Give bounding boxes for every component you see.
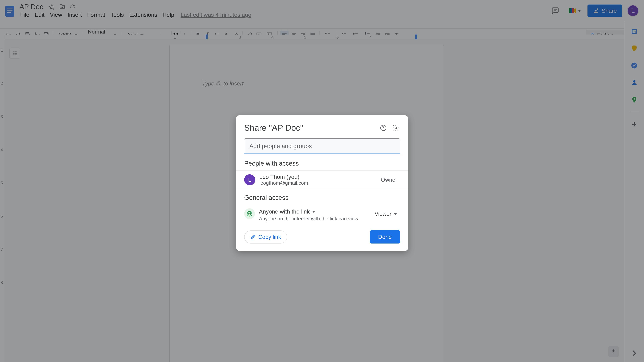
add-people-input[interactable]: Add people and groups [244,138,400,154]
input-placeholder: Add people and groups [250,143,312,150]
person-role: Owner [381,177,400,183]
globe-icon [244,208,255,219]
people-section-title: People with access [236,160,408,167]
permission-label: Viewer [375,211,392,217]
help-icon[interactable] [379,123,388,132]
done-button[interactable]: Done [370,230,400,244]
copy-link-label: Copy link [258,234,281,240]
person-email: leogthom@gmail.com [259,180,381,186]
permission-select[interactable]: Viewer [372,208,400,219]
chevron-down-icon [394,213,397,215]
chevron-down-icon [312,211,315,213]
dialog-title: Share "AP Doc" [244,123,375,133]
access-scope-select[interactable]: Anyone with the link [259,208,372,215]
copy-link-button[interactable]: Copy link [244,230,287,244]
svg-point-29 [395,127,397,129]
access-description: Anyone on the internet with the link can… [259,216,372,222]
person-name: Leo Thom (you) [259,174,381,180]
gear-icon[interactable] [392,123,400,132]
person-avatar: L [244,174,255,185]
general-section-title: General access [236,189,408,203]
person-row: L Leo Thom (you) leogthom@gmail.com Owne… [236,170,408,189]
share-dialog: Share "AP Doc" Add people and groups Peo… [236,115,408,251]
general-access-row: Anyone with the link Anyone on the inter… [236,206,408,227]
access-scope-label: Anyone with the link [259,208,310,215]
